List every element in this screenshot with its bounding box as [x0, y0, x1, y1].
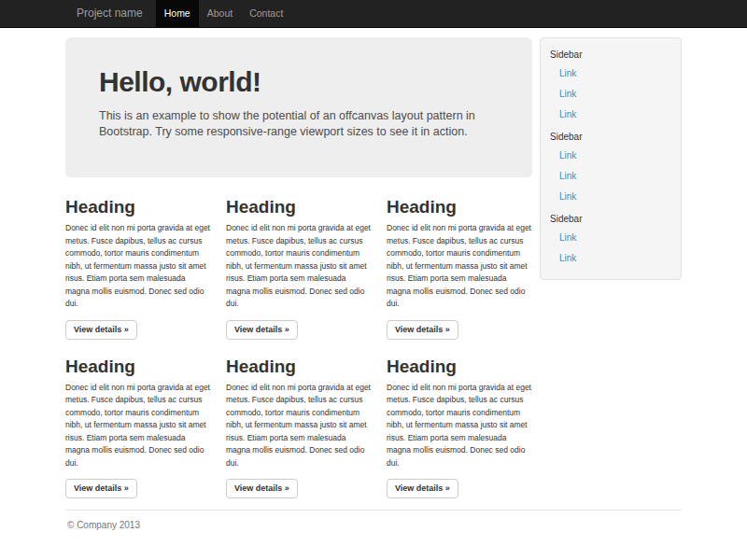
footer: © Company 2013 [65, 510, 682, 530]
card-body-text: Donec id elit non mi porta gravida at eg… [226, 382, 372, 470]
jumbotron: Hello, world! This is an example to show… [65, 37, 532, 177]
feature-card: Heading Donec id elit non mi porta gravi… [387, 197, 532, 340]
view-details-button[interactable]: View details » [226, 320, 298, 340]
nav-item-home[interactable]: Home [156, 0, 199, 27]
copyright-text: © Company 2013 [67, 520, 682, 530]
sidebar-link[interactable]: Link [541, 105, 681, 124]
view-details-button[interactable]: View details » [65, 320, 137, 340]
view-details-button[interactable]: View details » [226, 479, 298, 498]
sidebar-link[interactable]: Link [541, 229, 681, 247]
card-body-text: Donec id elit non mi porta gravida at eg… [65, 382, 211, 470]
sidebar-link[interactable]: Link [541, 147, 681, 165]
feature-card: Heading Donec id elit non mi porta gravi… [387, 357, 532, 499]
sidebar-heading: Sidebar [541, 48, 681, 63]
nav-item-contact[interactable]: Contact [241, 0, 291, 27]
jumbotron-text: This is an example to show the potential… [99, 108, 504, 140]
card-body-text: Donec id elit non mi porta gravida at eg… [387, 222, 532, 311]
card-body-text: Donec id elit non mi porta gravida at eg… [65, 222, 211, 311]
page-title: Hello, world! [99, 65, 504, 99]
sidebar-link[interactable]: Link [541, 249, 681, 268]
card-heading: Heading [65, 357, 211, 376]
navbar-menu: Home About Contact [156, 0, 292, 27]
sidebar-heading: Sidebar [541, 130, 681, 145]
nav-item-about[interactable]: About [199, 0, 241, 27]
card-heading: Heading [226, 197, 372, 217]
sidebar-link[interactable]: Link [541, 64, 681, 83]
feature-card: Heading Donec id elit non mi porta gravi… [226, 357, 372, 499]
view-details-button[interactable]: View details » [65, 479, 137, 498]
page-container: Hello, world! This is an example to show… [65, 37, 682, 530]
card-heading: Heading [65, 197, 211, 217]
cards-row-1: Heading Donec id elit non mi porta gravi… [65, 197, 532, 340]
view-details-button[interactable]: View details » [387, 320, 458, 340]
sidebar-heading: Sidebar [541, 212, 681, 227]
sidebar-link[interactable]: Link [541, 85, 681, 104]
feature-card: Heading Donec id elit non mi porta gravi… [65, 197, 211, 340]
feature-card: Heading Donec id elit non mi porta gravi… [65, 357, 211, 499]
sidebar: Sidebar Link Link Link Sidebar Link Link… [540, 37, 682, 280]
sidebar-group-3: Sidebar Link Link [541, 212, 681, 268]
brand-link[interactable]: Project name [65, 0, 156, 27]
card-heading: Heading [387, 357, 532, 376]
sidebar-link[interactable]: Link [541, 188, 681, 206]
navbar-inner: Project name Home About Contact [65, 0, 682, 27]
view-details-button[interactable]: View details » [387, 479, 458, 498]
content-row: Hello, world! This is an example to show… [65, 37, 682, 498]
sidebar-group-2: Sidebar Link Link Link [541, 130, 681, 206]
card-body-text: Donec id elit non mi porta gravida at eg… [387, 382, 532, 470]
card-body-text: Donec id elit non mi porta gravida at eg… [226, 222, 372, 311]
card-heading: Heading [387, 197, 532, 217]
card-heading: Heading [226, 357, 372, 376]
cards-row-2: Heading Donec id elit non mi porta gravi… [65, 357, 532, 499]
sidebar-group-1: Sidebar Link Link Link [541, 48, 681, 124]
main-column: Hello, world! This is an example to show… [65, 37, 532, 498]
sidebar-link[interactable]: Link [541, 167, 681, 186]
navbar: Project name Home About Contact [0, 0, 747, 28]
feature-card: Heading Donec id elit non mi porta gravi… [226, 197, 372, 340]
